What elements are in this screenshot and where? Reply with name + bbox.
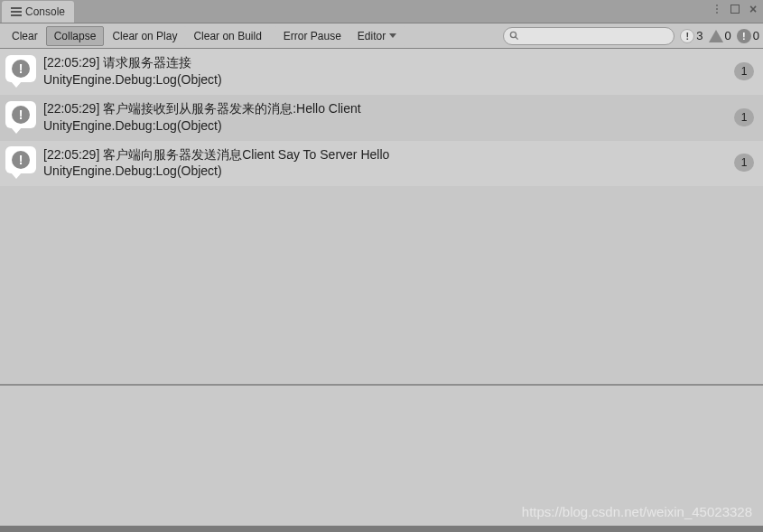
svg-point-0 xyxy=(511,32,516,37)
maximize-icon[interactable] xyxy=(729,3,741,15)
log-trace: UnityEngine.Debug:Log(Object) xyxy=(43,117,727,135)
search-input[interactable] xyxy=(523,31,668,42)
info-counter[interactable]: ! 3 xyxy=(680,29,703,43)
log-text: [22:05:29] 客户端向服务器发送消息Client Say To Serv… xyxy=(43,146,727,181)
search-icon xyxy=(509,31,519,41)
info-icon: ! xyxy=(680,29,694,43)
error-pause-toggle[interactable]: Error Pause xyxy=(275,26,349,46)
log-entry[interactable]: ! [22:05:29] 客户端向服务器发送消息Client Say To Se… xyxy=(0,141,763,187)
console-tab[interactable]: Console xyxy=(2,1,74,23)
log-text: [22:05:29] 客户端接收到从服务器发来的消息:Hello Client … xyxy=(43,100,727,135)
log-message: [22:05:29] 客户端接收到从服务器发来的消息:Hello Client xyxy=(43,100,727,117)
editor-dropdown[interactable]: Editor xyxy=(349,26,405,46)
status-bar xyxy=(0,526,763,532)
log-trace: UnityEngine.Debug:Log(Object) xyxy=(43,163,727,180)
clear-on-play-toggle[interactable]: Clear on Play xyxy=(104,26,185,46)
window-controls: × xyxy=(711,3,759,15)
log-trace: UnityEngine.Debug:Log(Object) xyxy=(43,71,727,89)
console-toolbar: Clear Collapse Clear on Play Clear on Bu… xyxy=(0,23,763,49)
error-counter[interactable]: ! 0 xyxy=(737,29,759,43)
log-count-badge: 1 xyxy=(734,62,754,80)
search-field[interactable] xyxy=(503,27,675,45)
log-info-icon: ! xyxy=(5,146,38,179)
close-icon[interactable]: × xyxy=(747,3,759,15)
log-message: [22:05:29] 请求服务器连接 xyxy=(43,54,727,71)
warn-counter[interactable]: 0 xyxy=(709,29,731,42)
clear-on-build-toggle[interactable]: Clear on Build xyxy=(185,26,269,46)
tab-bar: Console × xyxy=(0,0,763,23)
error-icon: ! xyxy=(737,29,751,43)
log-count-badge: 1 xyxy=(734,108,754,126)
info-count: 3 xyxy=(696,29,703,42)
log-detail-pane xyxy=(0,386,763,526)
log-entry[interactable]: ! [22:05:29] 客户端接收到从服务器发来的消息:Hello Clien… xyxy=(0,95,763,141)
log-message: [22:05:29] 客户端向服务器发送消息Client Say To Serv… xyxy=(43,146,727,163)
log-info-icon: ! xyxy=(5,101,38,134)
log-list: ! [22:05:29] 请求服务器连接 UnityEngine.Debug:L… xyxy=(0,49,763,186)
error-count: 0 xyxy=(753,29,759,42)
collapse-toggle[interactable]: Collapse xyxy=(46,26,105,46)
console-tab-icon xyxy=(11,7,22,16)
log-count-badge: 1 xyxy=(734,154,754,172)
svg-line-1 xyxy=(516,37,518,40)
warning-icon xyxy=(709,30,723,42)
log-text: [22:05:29] 请求服务器连接 UnityEngine.Debug:Log… xyxy=(43,54,727,89)
log-entry[interactable]: ! [22:05:29] 请求服务器连接 UnityEngine.Debug:L… xyxy=(0,49,763,95)
warn-count: 0 xyxy=(725,29,731,42)
console-tab-label: Console xyxy=(25,5,65,18)
log-info-icon: ! xyxy=(5,55,38,88)
options-icon[interactable] xyxy=(711,3,723,15)
clear-button[interactable]: Clear xyxy=(4,26,46,46)
